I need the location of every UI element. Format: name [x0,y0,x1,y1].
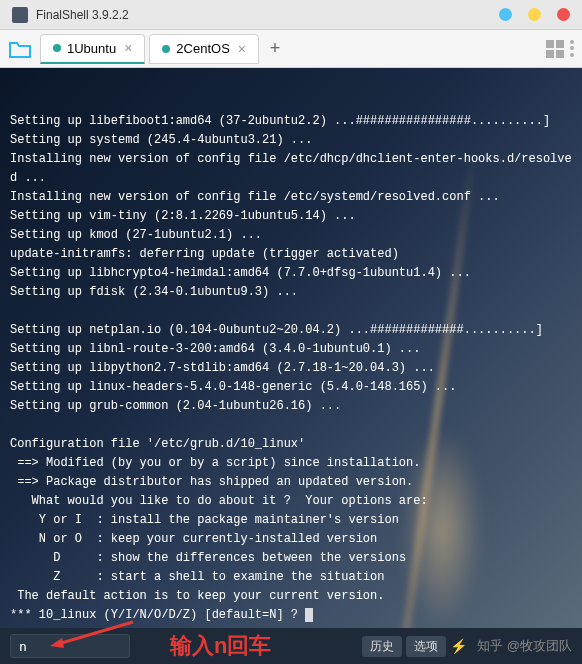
tab-close-icon[interactable]: × [238,41,246,57]
tab-label: Ubuntu [74,41,116,56]
annotation-text: 输入n回车 [170,631,271,661]
close-button[interactable] [557,8,570,21]
maximize-button[interactable] [528,8,541,21]
tabbar: 1 Ubuntu×2 CentOS× + [0,30,582,68]
app-icon [12,7,28,23]
titlebar: FinalShell 3.9.2.2 [0,0,582,30]
command-input[interactable] [10,634,130,658]
tab-label: CentOS [184,41,230,56]
menu-icon[interactable] [570,40,574,58]
bottombar: 输入n回车 历史 选项 ⚡ 知乎 @牧攻团队 [0,628,582,664]
tab-centos[interactable]: 2 CentOS× [149,34,259,64]
add-tab-button[interactable]: + [263,37,287,61]
tab-index: 2 [176,41,183,56]
app-title: FinalShell 3.9.2.2 [36,8,499,22]
window-controls [499,8,570,21]
grid-view-icon[interactable] [546,40,564,58]
cursor [305,608,313,622]
tab-ubuntu[interactable]: 1 Ubuntu× [40,34,145,64]
tab-index: 1 [67,41,74,56]
minimize-button[interactable] [499,8,512,21]
folder-icon[interactable] [8,39,32,59]
options-button[interactable]: 选项 [406,636,446,657]
terminal[interactable]: Setting up libefiboot1:amd64 (37-2ubuntu… [0,68,582,628]
status-dot-icon [162,45,170,53]
history-button[interactable]: 历史 [362,636,402,657]
terminal-output: Setting up libefiboot1:amd64 (37-2ubuntu… [10,112,572,625]
bolt-icon[interactable]: ⚡ [450,638,467,654]
watermark: 知乎 @牧攻团队 [477,637,572,655]
tab-close-icon[interactable]: × [124,40,132,56]
status-dot-icon [53,44,61,52]
